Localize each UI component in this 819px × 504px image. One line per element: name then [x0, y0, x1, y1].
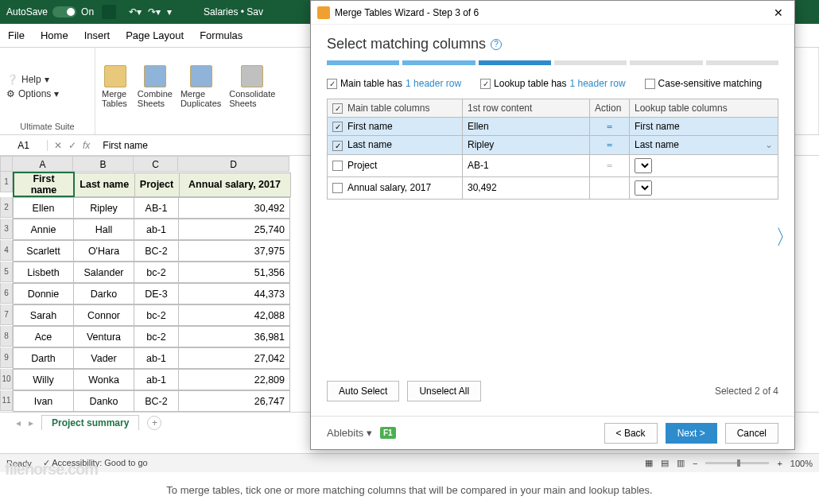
brand-link[interactable]: Ablebits ▾: [327, 427, 372, 439]
help-icon[interactable]: ?: [491, 39, 502, 50]
unselect-all-button[interactable]: Unselect All: [407, 381, 481, 401]
data-cell[interactable]: Willy: [14, 370, 74, 390]
data-cell[interactable]: bc-2: [134, 327, 179, 347]
view-break-icon[interactable]: ▥: [677, 458, 685, 468]
lookup-select[interactable]: First name: [630, 118, 778, 136]
col-header[interactable]: B: [73, 156, 134, 172]
lookup-select[interactable]: [630, 154, 778, 176]
undo-icon[interactable]: ↶▾: [129, 6, 142, 17]
mapping-row[interactable]: ProjectAB-1=: [328, 154, 778, 176]
mapping-row[interactable]: First nameEllen=First name: [328, 118, 778, 136]
menu-file[interactable]: File: [8, 29, 25, 41]
data-cell[interactable]: ab-1: [134, 219, 179, 240]
data-cell[interactable]: 30,492: [179, 198, 290, 219]
combine-sheets-button[interactable]: Combine Sheets: [138, 65, 173, 108]
row-header[interactable]: 2: [0, 197, 13, 218]
next-arrow-icon[interactable]: 〉: [775, 223, 796, 251]
next-sheet-icon[interactable]: ▸: [29, 417, 33, 428]
data-cell[interactable]: BC-2: [134, 241, 179, 262]
data-cell[interactable]: 36,981: [179, 327, 290, 347]
zoom-level[interactable]: 100%: [790, 459, 813, 468]
main-header-checkbox[interactable]: Main table has 1 header row: [327, 78, 461, 89]
data-cell[interactable]: Ivan: [14, 391, 74, 412]
accept-formula-icon[interactable]: ✓: [68, 140, 76, 151]
header-cell[interactable]: Last name: [74, 173, 134, 196]
row-checkbox[interactable]: [332, 141, 343, 151]
close-icon[interactable]: ✕: [769, 6, 788, 19]
data-cell[interactable]: Darth: [14, 348, 74, 369]
data-cell[interactable]: Connor: [74, 305, 134, 326]
col-header[interactable]: A: [13, 156, 73, 172]
data-cell[interactable]: Lisbeth: [14, 262, 74, 283]
name-box[interactable]: A1: [0, 140, 48, 151]
data-cell[interactable]: 37,975: [179, 241, 290, 262]
prev-sheet-icon[interactable]: ◂: [16, 417, 21, 428]
zoom-out-icon[interactable]: −: [693, 459, 697, 468]
data-cell[interactable]: Vader: [74, 348, 134, 369]
auto-select-button[interactable]: Auto Select: [327, 381, 399, 401]
row-header[interactable]: 7: [0, 304, 13, 325]
cancel-button[interactable]: Cancel: [725, 423, 778, 444]
data-cell[interactable]: 51,356: [179, 262, 290, 283]
data-cell[interactable]: Sarah: [14, 305, 74, 326]
row-header[interactable]: 10: [0, 369, 13, 390]
row-header[interactable]: 3: [0, 219, 13, 239]
help-button[interactable]: ❔Help ▾: [6, 74, 59, 85]
data-cell[interactable]: 25,740: [179, 219, 290, 240]
data-cell[interactable]: Ace: [14, 327, 74, 347]
data-cell[interactable]: Darko: [74, 284, 134, 304]
data-cell[interactable]: O'Hara: [74, 241, 134, 262]
header-cell[interactable]: Project: [134, 173, 179, 196]
select-all-checkbox[interactable]: [332, 103, 343, 114]
case-sensitive-checkbox[interactable]: Case-sensitive matching: [645, 78, 763, 89]
data-cell[interactable]: 27,042: [179, 348, 290, 369]
data-cell[interactable]: Ripley: [74, 198, 134, 219]
row-header[interactable]: 6: [0, 283, 13, 304]
f1-help-badge[interactable]: F1: [380, 427, 396, 439]
select-all-corner[interactable]: [0, 156, 13, 172]
data-cell[interactable]: 22,809: [179, 370, 290, 390]
menu-page-layout[interactable]: Page Layout: [126, 29, 184, 41]
options-button[interactable]: ⚙Options ▾: [6, 88, 59, 99]
data-cell[interactable]: ab-1: [134, 348, 179, 369]
cancel-formula-icon[interactable]: ✕: [54, 140, 62, 151]
next-button[interactable]: Next >: [666, 423, 717, 444]
row-header[interactable]: 5: [0, 262, 13, 282]
zoom-slider[interactable]: [705, 462, 769, 464]
view-page-icon[interactable]: ▤: [661, 458, 669, 468]
data-cell[interactable]: Annie: [14, 219, 74, 240]
data-cell[interactable]: ab-1: [134, 370, 179, 390]
data-cell[interactable]: bc-2: [134, 305, 179, 326]
col-header[interactable]: C: [134, 156, 178, 172]
col-header[interactable]: D: [178, 156, 289, 172]
lookup-select[interactable]: Last name⌄: [630, 136, 778, 154]
data-cell[interactable]: 44,373: [179, 284, 290, 304]
row-header[interactable]: 4: [0, 240, 13, 261]
add-sheet-button[interactable]: +: [147, 416, 161, 430]
data-cell[interactable]: 42,088: [179, 305, 290, 326]
row-checkbox[interactable]: [332, 161, 343, 171]
menu-formulas[interactable]: Formulas: [200, 29, 243, 41]
menu-home[interactable]: Home: [41, 29, 68, 41]
autosave-toggle[interactable]: AutoSave On: [6, 6, 94, 17]
data-cell[interactable]: bc-2: [134, 262, 179, 283]
row-checkbox[interactable]: [332, 122, 343, 132]
toggle-icon[interactable]: [52, 6, 76, 17]
data-cell[interactable]: Hall: [74, 219, 134, 240]
header-cell[interactable]: Annual salary, 2017: [179, 173, 290, 196]
chevron-down-icon[interactable]: ⌄: [765, 139, 773, 150]
header-cell[interactable]: First name: [14, 173, 74, 196]
data-cell[interactable]: Salander: [74, 262, 134, 283]
data-cell[interactable]: Donnie: [14, 284, 74, 304]
data-cell[interactable]: DE-3: [134, 284, 179, 304]
data-cell[interactable]: BC-2: [134, 391, 179, 412]
dialog-title-bar[interactable]: Merge Tables Wizard - Step 3 of 6 ✕: [311, 1, 794, 25]
menu-insert[interactable]: Insert: [84, 29, 111, 41]
data-cell[interactable]: Wonka: [74, 370, 134, 390]
row-header[interactable]: 8: [0, 326, 13, 347]
mapping-row[interactable]: Last nameRipley=Last name⌄: [328, 136, 778, 154]
lookup-header-checkbox[interactable]: Lookup table has 1 header row: [480, 78, 625, 89]
data-cell[interactable]: AB-1: [134, 198, 179, 219]
data-cell[interactable]: 26,747: [179, 391, 290, 412]
merge-tables-button[interactable]: Merge Tables: [102, 65, 130, 108]
